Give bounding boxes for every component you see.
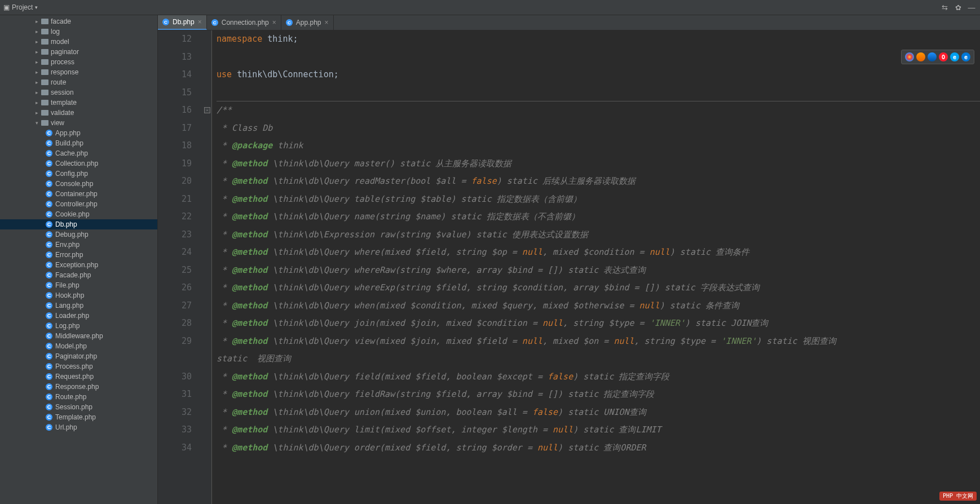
tree-file-Model-php[interactable]: Model.php <box>0 341 157 351</box>
code-line[interactable]: * @package think <box>217 137 980 155</box>
code-line[interactable]: * @method \think\db\Query limit(mixed $o… <box>217 421 980 439</box>
code-line[interactable]: * @method \think\db\Query table(string $… <box>217 191 980 209</box>
tree-folder-route[interactable]: ▸route <box>0 77 157 87</box>
tree-file-Db-php[interactable]: Db.php <box>0 219 157 229</box>
code-line[interactable]: * @method \think\db\Query union(mixed $u… <box>217 404 980 422</box>
folder-icon <box>41 99 48 107</box>
tree-file-Session-php[interactable]: Session.php <box>0 402 157 412</box>
tree-folder-validate[interactable]: ▸validate <box>0 108 157 118</box>
tree-file-Process-php[interactable]: Process.php <box>0 361 157 372</box>
settings-slider-icon[interactable]: ⇆ <box>939 2 950 12</box>
tab-Db-php[interactable]: CDb.php× <box>158 15 207 30</box>
code-line[interactable]: * @method \think\db\Query join(mixed $jo… <box>217 315 980 333</box>
code-line[interactable]: * @method \think\db\Query whereExp(strin… <box>217 279 980 297</box>
code-content[interactable]: namespace think; use think\db\Connection… <box>212 30 980 504</box>
tree-file-Cookie-php[interactable]: Cookie.php <box>0 209 157 219</box>
tree-folder-template[interactable]: ▸template <box>0 98 157 108</box>
file-label: Session.php <box>55 403 92 411</box>
tab-App-php[interactable]: CApp.php× <box>281 15 334 30</box>
tree-folder-response[interactable]: ▸response <box>0 67 157 77</box>
code-line[interactable]: * @method \think\db\Query view(mixed $jo… <box>217 333 980 351</box>
tree-file-Response-php[interactable]: Response.php <box>0 382 157 392</box>
folder-label: paginator <box>51 48 79 56</box>
edge-icon[interactable]: e <box>961 52 970 61</box>
folder-label: session <box>51 89 74 96</box>
code-line[interactable]: namespace think; <box>217 30 980 48</box>
file-label: Cache.php <box>55 149 88 157</box>
close-icon[interactable]: × <box>272 19 276 26</box>
folder-label: facade <box>51 17 71 25</box>
tree-file-Controller-php[interactable]: Controller.php <box>0 199 157 209</box>
tree-file-File-php[interactable]: File.php <box>0 280 157 290</box>
code-line[interactable] <box>217 48 980 67</box>
tree-file-Env-php[interactable]: Env.php <box>0 240 157 250</box>
code-line[interactable]: * @method \think\db\Query order(mixed $f… <box>217 439 980 457</box>
tree-file-Template-php[interactable]: Template.php <box>0 412 157 422</box>
close-icon[interactable]: × <box>198 18 202 26</box>
tree-file-Log-php[interactable]: Log.php <box>0 321 157 331</box>
tree-file-Route-php[interactable]: Route.php <box>0 392 157 402</box>
code-line[interactable]: use think\db\Connection; <box>217 66 980 84</box>
tree-file-Config-php[interactable]: Config.php <box>0 169 157 179</box>
code-line[interactable]: * @method \think\db\Query field(mixed $f… <box>217 368 980 386</box>
tree-file-App-php[interactable]: App.php <box>0 128 157 138</box>
tree-file-Lang-php[interactable]: Lang.php <box>0 300 157 311</box>
tree-file-Collection-php[interactable]: Collection.php <box>0 158 157 169</box>
tree-file-Console-php[interactable]: Console.php <box>0 179 157 189</box>
php-class-icon <box>45 210 53 218</box>
tree-folder-session[interactable]: ▸session <box>0 87 157 98</box>
collapse-icon[interactable]: — <box>966 2 977 12</box>
folder-icon <box>41 17 48 25</box>
tab-Connection-php[interactable]: CConnection.php× <box>207 15 281 30</box>
code-line[interactable]: * Class Db <box>217 120 980 138</box>
tree-file-Request-php[interactable]: Request.php <box>0 372 157 382</box>
file-label: Loader.php <box>55 312 89 320</box>
folder-icon <box>41 48 48 56</box>
code-line[interactable]: * @method \think\db\Query readMaster(boo… <box>217 173 980 191</box>
code-line[interactable]: * @method \think\db\Query when(mixed $co… <box>217 297 980 315</box>
php-class-icon: C <box>286 19 293 26</box>
code-line[interactable] <box>217 84 980 102</box>
tree-file-Exception-php[interactable]: Exception.php <box>0 260 157 270</box>
tree-folder-view[interactable]: ▾view <box>0 118 157 128</box>
tree-folder-log[interactable]: ▸log <box>0 26 157 37</box>
tree-file-Build-php[interactable]: Build.php <box>0 138 157 148</box>
ie-icon[interactable]: e <box>950 52 959 61</box>
chrome-icon[interactable] <box>905 52 914 61</box>
opera-icon[interactable]: O <box>939 52 948 61</box>
file-label: Build.php <box>55 139 83 147</box>
gear-icon[interactable]: ✿ <box>953 2 963 12</box>
tree-folder-facade[interactable]: ▸facade <box>0 16 157 26</box>
code-line[interactable]: * @method \think\db\Query master() stati… <box>217 155 980 173</box>
firefox-icon[interactable] <box>916 52 925 61</box>
tree-file-Container-php[interactable]: Container.php <box>0 189 157 199</box>
safari-icon[interactable] <box>928 52 937 61</box>
fold-toggle-icon[interactable]: - <box>204 107 210 113</box>
file-label: Console.php <box>55 180 93 188</box>
tree-folder-paginator[interactable]: ▸paginator <box>0 47 157 57</box>
close-icon[interactable]: × <box>325 19 329 26</box>
tree-folder-process[interactable]: ▸process <box>0 57 157 67</box>
tree-file-Middleware-php[interactable]: Middleware.php <box>0 331 157 341</box>
code-line[interactable]: * @method \think\db\Query where(mixed $f… <box>217 244 980 262</box>
code-editor[interactable]: 121314151617181920212223242526272829 303… <box>158 30 980 504</box>
tree-file-Cache-php[interactable]: Cache.php <box>0 148 157 158</box>
code-line[interactable]: /** <box>217 101 980 120</box>
tree-folder-model[interactable]: ▸model <box>0 37 157 47</box>
code-line[interactable]: * @method \think\db\Query whereRaw(strin… <box>217 262 980 280</box>
tree-file-Hook-php[interactable]: Hook.php <box>0 290 157 300</box>
project-tree[interactable]: ▸facade▸log▸model▸paginator▸process▸resp… <box>0 15 158 504</box>
line-gutter: 121314151617181920212223242526272829 303… <box>158 30 203 504</box>
code-line[interactable]: * @method \think\db\Query fieldRaw(strin… <box>217 386 980 404</box>
tree-file-Error-php[interactable]: Error.php <box>0 250 157 260</box>
code-line[interactable]: * @method \think\db\Expression raw(strin… <box>217 226 980 244</box>
tree-file-Debug-php[interactable]: Debug.php <box>0 229 157 240</box>
code-line[interactable]: * @method \think\db\Query name(string $n… <box>217 208 980 226</box>
file-label: App.php <box>55 129 81 137</box>
tree-file-Loader-php[interactable]: Loader.php <box>0 311 157 321</box>
tree-file-Url-php[interactable]: Url.php <box>0 422 157 432</box>
project-dropdown[interactable]: ▣ Project ▾ <box>3 3 38 11</box>
tree-file-Facade-php[interactable]: Facade.php <box>0 270 157 280</box>
chevron-right-icon: ▸ <box>34 49 39 55</box>
tree-file-Paginator-php[interactable]: Paginator.php <box>0 351 157 361</box>
